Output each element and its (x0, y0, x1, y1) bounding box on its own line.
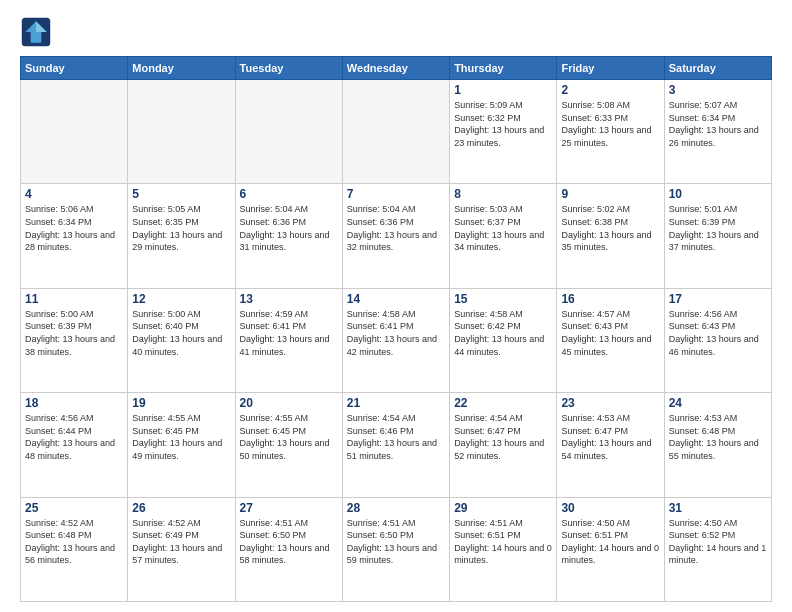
weekday-header-row: SundayMondayTuesdayWednesdayThursdayFrid… (21, 57, 772, 80)
day-number: 6 (240, 187, 338, 201)
day-info: Sunrise: 5:09 AMSunset: 6:32 PMDaylight:… (454, 99, 552, 149)
day-cell-30: 30Sunrise: 4:50 AMSunset: 6:51 PMDayligh… (557, 497, 664, 601)
day-cell-29: 29Sunrise: 4:51 AMSunset: 6:51 PMDayligh… (450, 497, 557, 601)
day-cell-26: 26Sunrise: 4:52 AMSunset: 6:49 PMDayligh… (128, 497, 235, 601)
day-info: Sunrise: 4:53 AMSunset: 6:48 PMDaylight:… (669, 412, 767, 462)
day-number: 27 (240, 501, 338, 515)
day-number: 23 (561, 396, 659, 410)
empty-cell (342, 80, 449, 184)
empty-cell (128, 80, 235, 184)
day-info: Sunrise: 5:04 AMSunset: 6:36 PMDaylight:… (347, 203, 445, 253)
day-info: Sunrise: 4:53 AMSunset: 6:47 PMDaylight:… (561, 412, 659, 462)
day-number: 10 (669, 187, 767, 201)
weekday-header-sunday: Sunday (21, 57, 128, 80)
day-cell-1: 1Sunrise: 5:09 AMSunset: 6:32 PMDaylight… (450, 80, 557, 184)
week-row-4: 18Sunrise: 4:56 AMSunset: 6:44 PMDayligh… (21, 393, 772, 497)
day-number: 1 (454, 83, 552, 97)
day-info: Sunrise: 5:00 AMSunset: 6:40 PMDaylight:… (132, 308, 230, 358)
header (20, 16, 772, 48)
day-cell-19: 19Sunrise: 4:55 AMSunset: 6:45 PMDayligh… (128, 393, 235, 497)
day-cell-27: 27Sunrise: 4:51 AMSunset: 6:50 PMDayligh… (235, 497, 342, 601)
day-info: Sunrise: 4:52 AMSunset: 6:48 PMDaylight:… (25, 517, 123, 567)
day-cell-31: 31Sunrise: 4:50 AMSunset: 6:52 PMDayligh… (664, 497, 771, 601)
day-info: Sunrise: 4:51 AMSunset: 6:50 PMDaylight:… (347, 517, 445, 567)
day-number: 19 (132, 396, 230, 410)
weekday-header-wednesday: Wednesday (342, 57, 449, 80)
day-number: 2 (561, 83, 659, 97)
calendar-table: SundayMondayTuesdayWednesdayThursdayFrid… (20, 56, 772, 602)
day-info: Sunrise: 4:52 AMSunset: 6:49 PMDaylight:… (132, 517, 230, 567)
page: SundayMondayTuesdayWednesdayThursdayFrid… (0, 0, 792, 612)
day-cell-25: 25Sunrise: 4:52 AMSunset: 6:48 PMDayligh… (21, 497, 128, 601)
day-cell-17: 17Sunrise: 4:56 AMSunset: 6:43 PMDayligh… (664, 288, 771, 392)
day-number: 16 (561, 292, 659, 306)
logo (20, 16, 56, 48)
day-cell-21: 21Sunrise: 4:54 AMSunset: 6:46 PMDayligh… (342, 393, 449, 497)
day-info: Sunrise: 4:50 AMSunset: 6:51 PMDaylight:… (561, 517, 659, 567)
day-cell-28: 28Sunrise: 4:51 AMSunset: 6:50 PMDayligh… (342, 497, 449, 601)
day-info: Sunrise: 4:58 AMSunset: 6:41 PMDaylight:… (347, 308, 445, 358)
empty-cell (235, 80, 342, 184)
day-info: Sunrise: 5:06 AMSunset: 6:34 PMDaylight:… (25, 203, 123, 253)
day-number: 22 (454, 396, 552, 410)
week-row-5: 25Sunrise: 4:52 AMSunset: 6:48 PMDayligh… (21, 497, 772, 601)
day-cell-18: 18Sunrise: 4:56 AMSunset: 6:44 PMDayligh… (21, 393, 128, 497)
week-row-2: 4Sunrise: 5:06 AMSunset: 6:34 PMDaylight… (21, 184, 772, 288)
logo-icon (20, 16, 52, 48)
day-info: Sunrise: 5:07 AMSunset: 6:34 PMDaylight:… (669, 99, 767, 149)
day-info: Sunrise: 5:04 AMSunset: 6:36 PMDaylight:… (240, 203, 338, 253)
day-cell-20: 20Sunrise: 4:55 AMSunset: 6:45 PMDayligh… (235, 393, 342, 497)
week-row-1: 1Sunrise: 5:09 AMSunset: 6:32 PMDaylight… (21, 80, 772, 184)
week-row-3: 11Sunrise: 5:00 AMSunset: 6:39 PMDayligh… (21, 288, 772, 392)
day-cell-13: 13Sunrise: 4:59 AMSunset: 6:41 PMDayligh… (235, 288, 342, 392)
day-number: 30 (561, 501, 659, 515)
day-cell-9: 9Sunrise: 5:02 AMSunset: 6:38 PMDaylight… (557, 184, 664, 288)
day-number: 31 (669, 501, 767, 515)
day-number: 12 (132, 292, 230, 306)
weekday-header-saturday: Saturday (664, 57, 771, 80)
day-cell-4: 4Sunrise: 5:06 AMSunset: 6:34 PMDaylight… (21, 184, 128, 288)
day-cell-23: 23Sunrise: 4:53 AMSunset: 6:47 PMDayligh… (557, 393, 664, 497)
day-number: 13 (240, 292, 338, 306)
day-number: 11 (25, 292, 123, 306)
day-info: Sunrise: 5:08 AMSunset: 6:33 PMDaylight:… (561, 99, 659, 149)
day-cell-22: 22Sunrise: 4:54 AMSunset: 6:47 PMDayligh… (450, 393, 557, 497)
day-info: Sunrise: 4:57 AMSunset: 6:43 PMDaylight:… (561, 308, 659, 358)
day-cell-15: 15Sunrise: 4:58 AMSunset: 6:42 PMDayligh… (450, 288, 557, 392)
day-number: 17 (669, 292, 767, 306)
day-cell-16: 16Sunrise: 4:57 AMSunset: 6:43 PMDayligh… (557, 288, 664, 392)
day-number: 8 (454, 187, 552, 201)
day-number: 29 (454, 501, 552, 515)
day-info: Sunrise: 4:54 AMSunset: 6:46 PMDaylight:… (347, 412, 445, 462)
day-cell-7: 7Sunrise: 5:04 AMSunset: 6:36 PMDaylight… (342, 184, 449, 288)
weekday-header-thursday: Thursday (450, 57, 557, 80)
weekday-header-monday: Monday (128, 57, 235, 80)
day-cell-6: 6Sunrise: 5:04 AMSunset: 6:36 PMDaylight… (235, 184, 342, 288)
day-info: Sunrise: 4:50 AMSunset: 6:52 PMDaylight:… (669, 517, 767, 567)
day-number: 25 (25, 501, 123, 515)
day-cell-3: 3Sunrise: 5:07 AMSunset: 6:34 PMDaylight… (664, 80, 771, 184)
day-number: 14 (347, 292, 445, 306)
day-number: 28 (347, 501, 445, 515)
day-number: 5 (132, 187, 230, 201)
day-number: 7 (347, 187, 445, 201)
day-info: Sunrise: 4:51 AMSunset: 6:51 PMDaylight:… (454, 517, 552, 567)
day-info: Sunrise: 4:56 AMSunset: 6:43 PMDaylight:… (669, 308, 767, 358)
day-info: Sunrise: 4:51 AMSunset: 6:50 PMDaylight:… (240, 517, 338, 567)
day-number: 24 (669, 396, 767, 410)
day-number: 3 (669, 83, 767, 97)
day-info: Sunrise: 4:55 AMSunset: 6:45 PMDaylight:… (240, 412, 338, 462)
day-cell-10: 10Sunrise: 5:01 AMSunset: 6:39 PMDayligh… (664, 184, 771, 288)
empty-cell (21, 80, 128, 184)
day-cell-12: 12Sunrise: 5:00 AMSunset: 6:40 PMDayligh… (128, 288, 235, 392)
day-cell-11: 11Sunrise: 5:00 AMSunset: 6:39 PMDayligh… (21, 288, 128, 392)
day-info: Sunrise: 4:56 AMSunset: 6:44 PMDaylight:… (25, 412, 123, 462)
day-info: Sunrise: 4:59 AMSunset: 6:41 PMDaylight:… (240, 308, 338, 358)
day-number: 9 (561, 187, 659, 201)
day-number: 26 (132, 501, 230, 515)
day-info: Sunrise: 4:55 AMSunset: 6:45 PMDaylight:… (132, 412, 230, 462)
day-cell-8: 8Sunrise: 5:03 AMSunset: 6:37 PMDaylight… (450, 184, 557, 288)
day-info: Sunrise: 5:01 AMSunset: 6:39 PMDaylight:… (669, 203, 767, 253)
day-info: Sunrise: 5:03 AMSunset: 6:37 PMDaylight:… (454, 203, 552, 253)
day-number: 4 (25, 187, 123, 201)
